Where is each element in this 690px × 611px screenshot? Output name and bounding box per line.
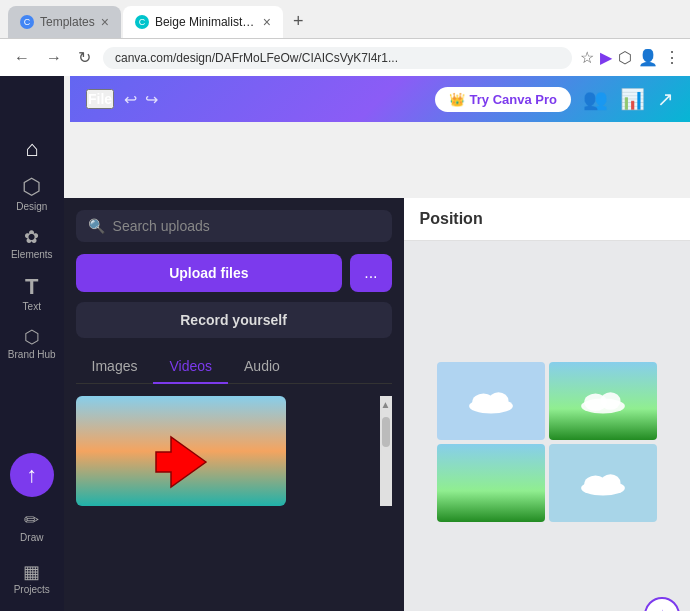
upload-icon: ↑ (26, 462, 37, 488)
collage-grid (437, 362, 657, 522)
design-icon: ⬡ (22, 176, 41, 198)
sidebar-design-label: Design (16, 201, 47, 212)
record-yourself-button[interactable]: Record yourself (76, 302, 392, 338)
redo-button[interactable]: ↪ (143, 88, 160, 111)
search-icon: 🔍 (88, 218, 105, 234)
upload-row: Upload files ... (76, 254, 392, 292)
position-label: Position (420, 210, 483, 227)
main-layout: 🔍 Upload files ... Record yourself Image… (64, 198, 690, 611)
try-pro-button[interactable]: 👑 Try Canva Pro (435, 87, 571, 112)
upload-button[interactable]: ↑ (10, 453, 54, 497)
projects-icon: ▦ (23, 563, 40, 581)
video-grid (76, 396, 392, 506)
sidebar-item-elements[interactable]: ✿ Elements (0, 220, 64, 268)
svg-point-9 (600, 474, 620, 492)
tab-templates-label: Templates (40, 15, 95, 29)
bookmark-button[interactable]: ☆ (580, 48, 594, 67)
tab-canva[interactable]: C Beige Minimalist Collage Ins... × (123, 6, 283, 38)
back-button[interactable]: ← (10, 47, 34, 69)
collage-cell-1 (437, 362, 545, 440)
sidebar-item-brandhub[interactable]: ⬡ Brand Hub (0, 320, 64, 368)
forward-button[interactable]: → (42, 47, 66, 69)
menu-button[interactable]: ⋮ (664, 48, 680, 67)
video-thumbnail[interactable] (76, 396, 286, 506)
svg-point-3 (488, 392, 508, 410)
new-tab-button[interactable]: + (285, 7, 312, 36)
sidebar-elements-label: Elements (11, 249, 53, 260)
browser-chrome: C Templates × C Beige Minimalist Collage… (0, 0, 690, 76)
brandhub-icon: ⬡ (24, 328, 40, 346)
share-button[interactable]: ↗ (657, 87, 674, 111)
cloud-svg-1 (466, 386, 516, 416)
tab-templates-close[interactable]: × (101, 14, 109, 30)
crown-icon: 👑 (449, 92, 465, 107)
tab-audio-label: Audio (244, 358, 280, 374)
sidebar-brandhub-label: Brand Hub (8, 349, 56, 360)
tab-images-label: Images (92, 358, 138, 374)
home-icon: ⌂ (25, 138, 38, 160)
sidebar-projects-label: Projects (14, 584, 50, 595)
collage-cell-4 (549, 444, 657, 522)
text-icon: T (25, 276, 38, 298)
elements-icon: ✿ (24, 228, 39, 246)
svg-marker-0 (156, 437, 206, 487)
tab-videos-label: Videos (169, 358, 212, 374)
svg-point-6 (600, 392, 620, 410)
canva-favicon: C (135, 15, 149, 29)
cloud-svg-3 (578, 468, 628, 498)
top-bar-right: 👑 Try Canva Pro 👥 📊 ↗ (435, 87, 674, 112)
tab-templates[interactable]: C Templates × (8, 6, 121, 38)
sidebar-item-draw[interactable]: ✏ Draw (0, 503, 64, 551)
top-bar: File ↩ ↪ 👑 Try Canva Pro 👥 📊 ↗ (70, 76, 690, 122)
cloud-svg-2 (578, 386, 628, 416)
canvas-area[interactable]: ✦ ▾ (404, 241, 690, 611)
address-bar: ← → ↻ ☆ ▶ ⬡ 👤 ⋮ (0, 38, 690, 76)
collage-cell-2 (549, 362, 657, 440)
extensions-button[interactable]: ⬡ (618, 48, 632, 67)
search-input[interactable] (113, 218, 380, 234)
tab-canva-close[interactable]: × (263, 14, 271, 30)
upload-files-button[interactable]: Upload files (76, 254, 343, 292)
sidebar-item-design[interactable]: ⬡ Design (0, 168, 64, 220)
top-bar-nav: ↩ ↪ (122, 88, 160, 111)
sidebar-item-home[interactable]: ⌂ (0, 130, 64, 168)
scroll-up-arrow[interactable]: ▲ (381, 396, 391, 413)
app-content: ⌂ ⬡ Design ✿ Elements T Text ⬡ Brand Hub… (0, 76, 690, 611)
media-tabs: Images Videos Audio (76, 350, 392, 384)
top-bar-left: File ↩ ↪ (86, 88, 160, 111)
file-menu-button[interactable]: File (86, 89, 114, 109)
sidebar-text-label: Text (23, 301, 41, 312)
chrome-favicon: C (20, 15, 34, 29)
tab-videos[interactable]: Videos (153, 350, 228, 384)
sidebar-draw-label: Draw (20, 532, 43, 543)
sparkle-icon: ✦ (656, 606, 669, 612)
analytics-button[interactable]: 📊 (620, 87, 645, 111)
share-users-button[interactable]: 👥 (583, 87, 608, 111)
address-input[interactable] (103, 47, 572, 69)
position-header: Position (404, 198, 690, 241)
tab-canva-label: Beige Minimalist Collage Ins... (155, 15, 257, 29)
undo-button[interactable]: ↩ (122, 88, 139, 111)
red-arrow-indicator (151, 432, 211, 496)
tab-audio[interactable]: Audio (228, 350, 296, 384)
reload-button[interactable]: ↻ (74, 46, 95, 69)
profile-button[interactable]: 👤 (638, 48, 658, 67)
search-bar: 🔍 (76, 210, 392, 242)
left-sidebar: ⌂ ⬡ Design ✿ Elements T Text ⬡ Brand Hub… (0, 76, 64, 611)
upload-more-button[interactable]: ... (350, 254, 391, 292)
tab-bar: C Templates × C Beige Minimalist Collage… (0, 0, 690, 38)
scroll-thumb (382, 417, 390, 447)
red-arrow-svg (151, 432, 211, 492)
magic-edit-button[interactable]: ✦ (644, 597, 680, 611)
try-pro-label: Try Canva Pro (470, 92, 557, 107)
draw-icon: ✏ (24, 511, 39, 529)
collage-cell-3 (437, 444, 545, 522)
canva-app-button[interactable]: ▶ (600, 48, 612, 67)
browser-actions: ☆ ▶ ⬡ 👤 ⋮ (580, 48, 680, 67)
tab-images[interactable]: Images (76, 350, 154, 384)
scroll-indicator: ▲ (380, 396, 392, 506)
upload-panel: 🔍 Upload files ... Record yourself Image… (64, 198, 404, 611)
right-panel: Position (404, 198, 690, 611)
sidebar-item-projects[interactable]: ▦ Projects (0, 555, 64, 603)
sidebar-item-text[interactable]: T Text (0, 268, 64, 320)
